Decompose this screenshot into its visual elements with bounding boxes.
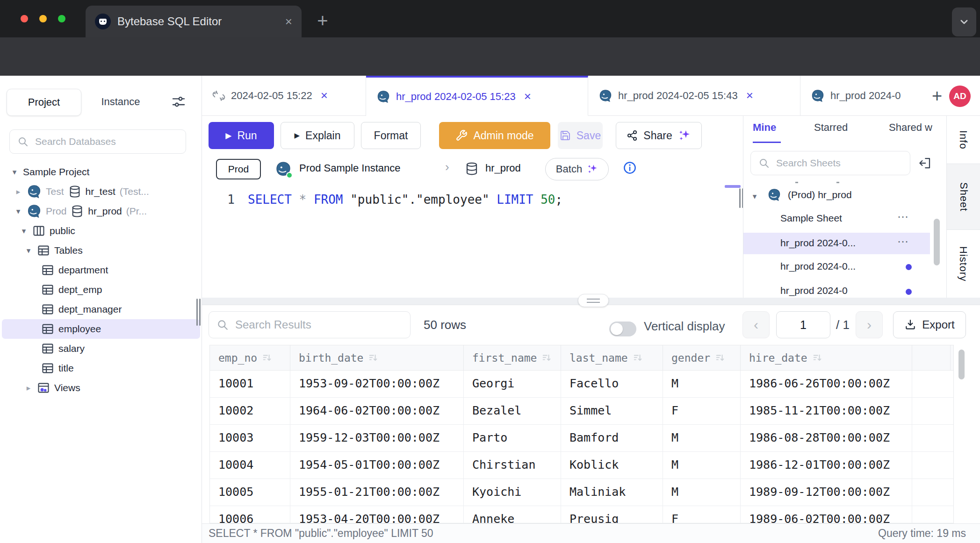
tab-project[interactable]: Project [7,89,81,116]
close-icon[interactable]: × [321,88,328,103]
tree-item-table-title[interactable]: title [0,358,202,378]
table-scrollbar-thumb[interactable] [958,350,965,379]
search-results-input[interactable] [234,318,403,332]
tree-item-table-dept-manager[interactable]: dept_manager [0,300,202,319]
vertical-display-toggle[interactable] [609,322,636,336]
tab-sheet[interactable]: Sheet [946,164,980,230]
tree-item-hr-test[interactable]: ▸ Test hr_test (Test... [0,182,202,201]
panel-resize-handle[interactable] [739,188,741,208]
sort-icon[interactable] [812,353,822,363]
search-databases-input[interactable] [34,136,178,148]
sort-icon[interactable] [262,353,272,363]
tree-item-hr-prod[interactable]: ▾ Prod hr_prod (Pr... [0,201,202,221]
tab-close-icon[interactable]: × [285,14,292,29]
tree-item-table-dept-emp[interactable]: dept_emp [0,280,202,300]
column-header[interactable]: first_name [464,345,561,370]
divider-drag-handle[interactable] [578,294,609,307]
batch-button[interactable]: Batch [545,158,609,180]
save-button[interactable]: Save [558,122,603,149]
sort-icon[interactable] [633,353,643,363]
column-header[interactable]: gender [663,345,741,370]
more-options-icon[interactable]: ⋯ [897,210,909,223]
share-button[interactable]: Share [616,122,702,149]
sheet-tab-1[interactable]: 2024-02-05 15:22 × [202,76,366,116]
tree-item-schema-public[interactable]: ▾ public [0,221,202,241]
column-header[interactable]: last_name [561,345,663,370]
export-button[interactable]: Export [893,311,966,338]
sidebar-resize-handle[interactable] [199,299,201,326]
tree-item-table-department[interactable]: department [0,260,202,280]
caret-down-icon[interactable]: ▾ [14,207,22,216]
tree-item-tables-group[interactable]: ▾ Tables [0,241,202,260]
breadcrumb-database[interactable]: hr_prod [485,162,521,174]
sheet-item[interactable]: Sample Sheet [780,213,842,224]
info-icon[interactable] [623,161,637,175]
next-page-button[interactable]: › [856,311,883,338]
table-row[interactable]: 100031959-12-03T00:00:00ZPartoBamfordM19… [210,425,953,452]
close-icon[interactable]: × [524,89,531,104]
breadcrumb-instance[interactable]: Prod Sample Instance [299,162,400,174]
sheet-item[interactable]: hr_prod 2024-0... [780,261,856,272]
new-tab-button[interactable]: + [312,10,333,31]
admin-mode-button[interactable]: Admin mode [439,122,550,149]
more-options-icon[interactable]: ⋯ [897,235,909,248]
table-row[interactable]: 100021964-06-02T00:00:00ZBezalelSimmelF1… [210,398,953,425]
avatar[interactable]: AD [949,86,971,107]
search-databases-box[interactable] [9,129,186,154]
close-icon[interactable]: × [746,88,753,103]
window-minimize-button[interactable] [39,15,47,22]
new-sheet-tab-button[interactable]: + [926,83,948,108]
tab-mine[interactable]: Mine [753,121,776,134]
sheet-tab-2-active[interactable]: hr_prod 2024-02-05 15:23 × [366,76,588,116]
table-row[interactable]: 100041954-05-01T00:00:00ZChirstianKoblic… [210,452,953,479]
search-sheets-input[interactable] [775,157,902,169]
sheet-item-selected[interactable]: hr_prod 2024-0... [780,237,856,249]
caret-down-icon[interactable]: ▾ [20,226,28,236]
filter-settings-icon[interactable] [171,94,186,109]
sort-icon[interactable] [541,353,552,363]
caret-down-icon[interactable]: ▾ [24,246,33,256]
import-sheet-icon[interactable] [918,156,932,170]
tab-search-button[interactable] [952,7,976,36]
search-sheets-box[interactable] [750,151,910,175]
table-row[interactable]: 100011953-09-02T00:00:00ZGeorgiFacelloM1… [210,371,953,398]
sort-icon[interactable] [368,353,378,363]
tab-shared-with-me[interactable]: Shared w [889,121,946,134]
editor-scrollbar-indicator[interactable] [725,185,741,188]
column-header[interactable]: hire_date [741,345,912,370]
sheet-item[interactable]: hr_prod 2024-0 [780,285,848,296]
tree-item-views-group[interactable]: ▸ Views [0,378,202,398]
tree-item-project-root[interactable]: ▾ Sample Project [0,162,202,182]
caret-down-icon[interactable]: ▾ [750,192,759,201]
search-results-box[interactable] [209,311,411,338]
table-row[interactable]: 100051955-01-21T00:00:00ZKyoichiMaliniak… [210,479,953,506]
format-button[interactable]: Format [361,122,421,149]
caret-down-icon[interactable]: ▾ [10,167,19,177]
tab-instance[interactable]: Instance [92,89,150,115]
sort-icon[interactable] [715,353,725,363]
tab-info[interactable]: Info [946,116,980,164]
sheet-tab-3[interactable]: hr_prod 2024-02-05 15:43 × [588,76,800,116]
browser-tab[interactable]: Bytebase SQL Editor × [86,6,302,37]
caret-right-icon[interactable]: ▸ [14,187,22,197]
window-close-button[interactable] [21,15,28,22]
table-row[interactable]: 100061953-04-20T00:00:00ZAnnekePreusigF1… [210,506,953,523]
sidebar-resize-handle[interactable] [196,299,198,326]
tab-starred[interactable]: Starred [814,121,848,134]
explain-button[interactable]: ▶ Explain [281,122,354,149]
sql-code-line[interactable]: SELECT * FROM "public"."employee" LIMIT … [248,193,562,207]
column-header[interactable]: birth_date [290,345,464,370]
sheet-group-label[interactable]: (Prod) hr_prod [788,189,852,200]
sheet-tab-4[interactable]: hr_prod 2024-0 [800,76,923,116]
run-button[interactable]: ▶ Run [209,122,274,149]
window-zoom-button[interactable] [58,15,65,22]
scrollbar-thumb[interactable] [934,219,940,265]
tree-item-table-employee[interactable]: employee [0,319,202,339]
table-icon [41,303,54,316]
prev-page-button[interactable]: ‹ [742,311,770,338]
tab-history[interactable]: History [946,230,980,298]
column-header[interactable]: emp_no [210,345,290,370]
page-number-input[interactable] [776,311,830,338]
tree-item-table-salary[interactable]: salary [0,339,202,358]
caret-right-icon[interactable]: ▸ [24,383,33,393]
